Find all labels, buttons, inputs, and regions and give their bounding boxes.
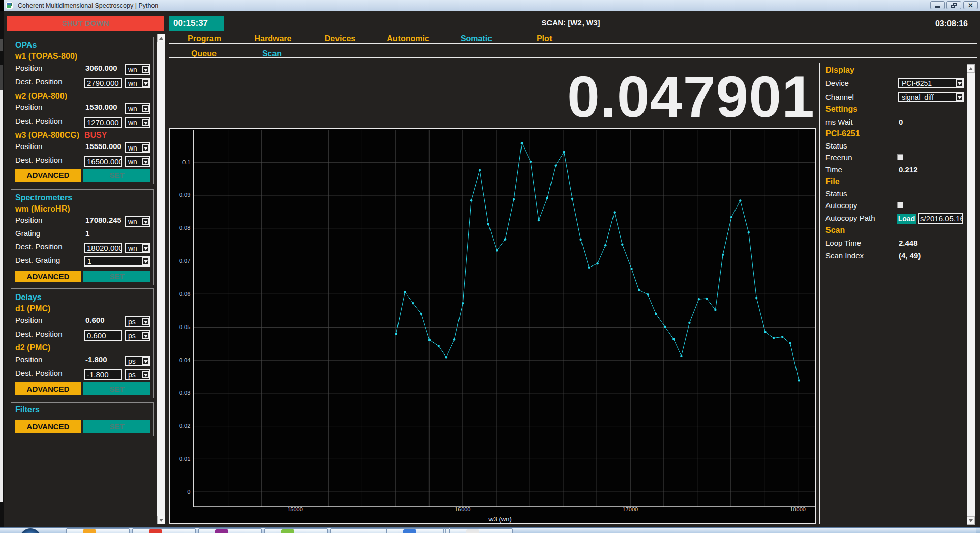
svg-text:0: 0 bbox=[187, 489, 190, 495]
svg-text:16000: 16000 bbox=[455, 506, 471, 512]
svg-text:0.04: 0.04 bbox=[179, 357, 190, 363]
svg-text:0.08: 0.08 bbox=[179, 225, 190, 231]
svg-text:0.1: 0.1 bbox=[182, 159, 190, 165]
svg-text:0.01: 0.01 bbox=[179, 456, 190, 462]
svg-text:18000: 18000 bbox=[790, 506, 806, 512]
svg-text:0.05: 0.05 bbox=[179, 324, 190, 330]
svg-text:w3 (wn): w3 (wn) bbox=[488, 515, 512, 523]
svg-text:0.03: 0.03 bbox=[179, 390, 190, 396]
svg-text:0.06: 0.06 bbox=[179, 291, 190, 297]
svg-text:17000: 17000 bbox=[623, 506, 638, 512]
svg-text:0.07: 0.07 bbox=[179, 258, 190, 264]
svg-text:0.09: 0.09 bbox=[179, 192, 190, 198]
svg-text:15000: 15000 bbox=[287, 506, 303, 512]
svg-text:0.02: 0.02 bbox=[179, 423, 190, 429]
